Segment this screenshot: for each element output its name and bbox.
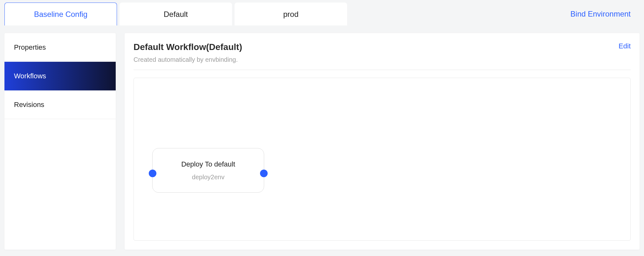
workflow-node-title: Deploy To default bbox=[181, 160, 235, 168]
node-port-out-icon[interactable] bbox=[260, 170, 268, 177]
workflow-title: Default Workflow(Default) bbox=[134, 42, 242, 52]
tab-spacer bbox=[350, 3, 568, 25]
tab-prod[interactable]: prod bbox=[235, 3, 347, 25]
tab-baseline-config[interactable]: Baseline Config bbox=[4, 3, 117, 25]
bind-environment-link[interactable]: Bind Environment bbox=[571, 3, 640, 25]
sidebar-item-revisions[interactable]: Revisions bbox=[4, 90, 116, 119]
workflow-header: Default Workflow(Default) Created automa… bbox=[134, 42, 631, 63]
sidebar-item-properties[interactable]: Properties bbox=[4, 33, 116, 62]
sidebar-item-workflows[interactable]: Workflows bbox=[4, 62, 116, 90]
top-tab-bar: Baseline Config Default prod Bind Enviro… bbox=[0, 0, 644, 25]
sidebar: Properties Workflows Revisions bbox=[4, 33, 116, 250]
node-port-in-icon[interactable] bbox=[149, 170, 156, 177]
workflow-heading: Default Workflow(Default) Created automa… bbox=[134, 42, 242, 63]
sidebar-fill bbox=[4, 119, 116, 250]
workflow-node-deploy[interactable]: Deploy To default deploy2env bbox=[152, 148, 264, 193]
workflow-canvas[interactable]: Deploy To default deploy2env bbox=[134, 78, 631, 241]
content-row: Properties Workflows Revisions Default W… bbox=[0, 25, 644, 250]
edit-workflow-link[interactable]: Edit bbox=[619, 42, 631, 50]
tab-default[interactable]: Default bbox=[120, 3, 232, 25]
header-divider bbox=[134, 70, 631, 70]
workflow-panel: Default Workflow(Default) Created automa… bbox=[125, 33, 640, 250]
workflow-node-subtitle: deploy2env bbox=[192, 174, 224, 181]
workflow-subtitle: Created automatically by envbinding. bbox=[134, 56, 242, 63]
